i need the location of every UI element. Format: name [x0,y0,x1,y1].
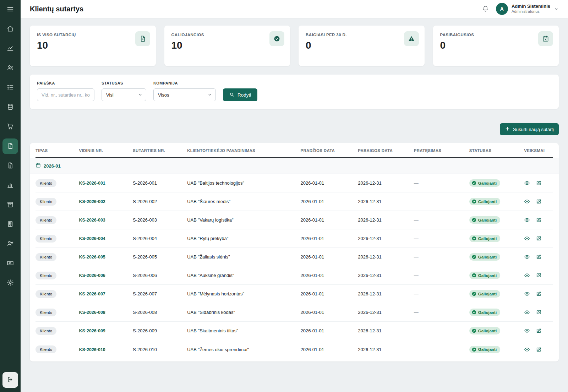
type-badge: Kliento [36,309,56,316]
file-lines-icon [7,162,14,170]
table-row: Kliento KS-2026-006 S-2026-006 UAB "Auks… [36,266,553,285]
edit-button[interactable] [536,235,542,241]
internal-number-link[interactable]: KS-2026-006 [79,273,105,278]
edit-button[interactable] [536,309,542,315]
notifications-button[interactable] [482,5,489,13]
search-input[interactable] [37,88,94,101]
edit-button[interactable] [536,198,542,205]
edit-icon [536,217,542,223]
internal-number-link[interactable]: KS-2026-004 [79,236,105,241]
end-date: 2026-12-31 [358,273,414,278]
column-header-actions: VEIKSMAI [524,143,553,157]
sidebar-item-home[interactable] [2,21,18,37]
file-contract-icon [7,142,14,151]
view-button[interactable] [524,309,530,315]
edit-button[interactable] [536,272,542,278]
sidebar-item-tasks[interactable] [2,80,18,96]
extension: — [414,217,469,223]
client-name: UAB "Rytų prekyba" [187,236,300,241]
sidebar-item-analytics[interactable] [2,41,18,56]
avatar: A [496,3,508,15]
hamburger-menu-button[interactable] [3,4,17,16]
table-row: Kliento KS-2026-002 S-2026-002 UAB "Šiau… [36,192,553,211]
create-contract-label: Sukurti naują sutartį [513,127,554,132]
view-button[interactable] [524,272,530,278]
table-row: Kliento KS-2026-008 S-2026-008 UAB "Sida… [36,303,553,322]
extension: — [414,310,469,315]
sidebar-item-settings[interactable] [2,275,18,291]
edit-icon [536,198,542,205]
end-date: 2026-12-31 [358,199,414,204]
view-button[interactable] [524,328,530,334]
user-menu[interactable]: A Admin Sisteminis Administratorius [496,3,559,15]
extension: — [414,347,469,352]
edit-button[interactable] [536,328,542,334]
start-date: 2026-01-01 [300,310,358,315]
view-button[interactable] [524,217,530,223]
chevron-down-icon [138,93,142,97]
view-button[interactable] [524,180,530,186]
sidebar-item-finance[interactable] [2,99,18,115]
internal-number-link[interactable]: KS-2026-002 [79,199,105,204]
table-row: Kliento KS-2026-010 S-2026-010 UAB "Žemė… [36,340,553,359]
sidebar-item-personnel[interactable] [2,236,18,252]
contract-number: S-2026-002 [133,199,187,204]
internal-number-link[interactable]: KS-2026-009 [79,328,105,333]
edit-button[interactable] [536,180,542,186]
table-row: Kliento KS-2026-004 S-2026-004 UAB "Rytų… [36,229,553,248]
extension: — [414,291,469,296]
internal-number-link[interactable]: KS-2026-005 [79,255,105,260]
view-button[interactable] [524,347,530,353]
sidebar-nav [2,21,18,291]
internal-number-link[interactable]: KS-2026-008 [79,310,105,315]
stat-label: GALIOJANČIOS [171,33,283,37]
bar-chart-icon [7,181,14,190]
hamburger-icon [7,6,14,14]
edit-button[interactable] [536,217,542,223]
show-button[interactable]: Rodyti [223,88,257,101]
eye-icon [524,272,530,278]
eye-icon [524,328,530,334]
view-button[interactable] [524,235,530,241]
column-header-start-date: PRADŽIOS DATA [300,143,358,157]
users-gear-icon [7,240,14,248]
sidebar-item-archive[interactable] [2,197,18,213]
sidebar-item-contracts[interactable] [2,138,18,154]
internal-number-link[interactable]: KS-2026-001 [79,181,105,186]
create-contract-button[interactable]: Sukurti naują sutartį [500,123,559,135]
edit-button[interactable] [536,254,542,260]
company-select[interactable]: Visos [153,88,216,101]
check-circle-icon [472,236,476,241]
status-text: Galiojanti [478,347,497,352]
logout-button[interactable] [2,372,18,388]
type-badge: Kliento [36,290,56,298]
contract-number: S-2026-008 [133,310,187,315]
edit-button[interactable] [536,347,542,353]
type-badge: Kliento [36,216,56,224]
edit-button[interactable] [536,291,542,297]
view-button[interactable] [524,291,530,297]
extension: — [414,273,469,278]
type-badge: Kliento [36,345,56,353]
internal-number-link[interactable]: KS-2026-010 [79,347,105,352]
internal-number-link[interactable]: KS-2026-007 [79,292,105,296]
sidebar-item-company[interactable] [2,217,18,232]
status-badge: Galiojanti [469,290,500,298]
view-button[interactable] [524,198,530,205]
status-badge: Galiojanti [469,198,500,205]
home-icon [7,25,14,33]
check-circle-icon [472,199,476,204]
view-button[interactable] [524,254,530,260]
status-select[interactable]: Visi [102,88,146,101]
end-date: 2026-12-31 [358,310,414,315]
sidebar-item-reports[interactable] [2,178,18,193]
stat-value: 0 [306,40,417,51]
status-text: Galiojanti [478,310,497,315]
edit-icon [536,272,542,278]
sidebar-item-purchases[interactable] [2,119,18,135]
sidebar-item-clients[interactable] [2,60,18,76]
eye-icon [524,254,530,260]
sidebar-item-payments[interactable] [2,256,18,271]
internal-number-link[interactable]: KS-2026-003 [79,218,105,223]
sidebar-item-documents[interactable] [2,158,18,174]
